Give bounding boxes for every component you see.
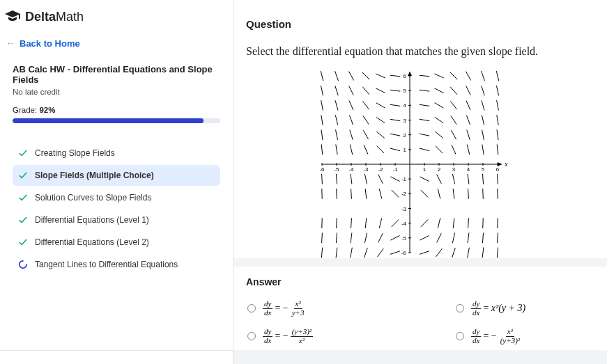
- svg-line-108: [376, 74, 385, 78]
- sidebar-topic-item[interactable]: Creating Slope Fields: [13, 143, 220, 164]
- svg-line-93: [363, 130, 368, 139]
- back-home-link[interactable]: ← Back to Home: [6, 38, 220, 49]
- svg-line-85: [349, 86, 354, 95]
- brand-logo[interactable]: DeltaMath: [4, 8, 220, 25]
- svg-line-84: [349, 101, 353, 111]
- main-content: Question Select the differential equatio…: [233, 0, 607, 364]
- svg-line-103: [377, 146, 384, 153]
- svg-line-74: [335, 86, 338, 95]
- svg-line-165: [482, 232, 483, 243]
- sidebar-topic-item[interactable]: Slope Fields (Multiple Choice): [13, 165, 220, 186]
- radio-icon[interactable]: [247, 332, 256, 340]
- svg-line-182: [497, 115, 498, 125]
- svg-line-111: [392, 219, 399, 226]
- svg-line-106: [376, 103, 385, 108]
- svg-line-133: [438, 218, 440, 228]
- svg-line-119: [390, 75, 401, 77]
- svg-line-66: [336, 232, 337, 243]
- svg-line-158: [467, 145, 470, 155]
- svg-line-132: [437, 233, 442, 242]
- svg-line-160: [466, 116, 470, 125]
- svg-line-176: [498, 232, 498, 243]
- svg-marker-3: [408, 72, 412, 76]
- svg-line-172: [482, 100, 484, 110]
- answer-option[interactable]: dydx= − (y+3)²x²: [247, 328, 386, 345]
- svg-line-86: [348, 72, 353, 81]
- topic-label: Slope Fields (Multiple Choice): [35, 171, 154, 180]
- svg-line-179: [498, 174, 498, 184]
- svg-line-96: [362, 87, 369, 95]
- svg-line-75: [335, 71, 339, 81]
- svg-line-63: [321, 86, 323, 95]
- radio-icon[interactable]: [247, 304, 256, 312]
- svg-text:-2: -2: [378, 166, 383, 173]
- svg-line-122: [421, 219, 428, 226]
- svg-line-147: [452, 145, 456, 155]
- answer-option[interactable]: dydx= − x²(y+3)²: [456, 328, 594, 345]
- svg-line-149: [451, 116, 456, 124]
- svg-line-98: [378, 248, 384, 257]
- svg-line-131: [436, 248, 443, 257]
- radio-icon[interactable]: [456, 332, 464, 340]
- answer-options: dydx= − x²y+3dydx= x²(y + 3)dydx= − (y+3…: [246, 300, 594, 345]
- svg-line-150: [450, 101, 456, 109]
- sidebar-topic-item[interactable]: Tangent Lines to Differential Equations: [13, 254, 220, 275]
- svg-line-144: [453, 218, 454, 228]
- sidebar: DeltaMath ← Back to Home AB Calc HW - Di…: [0, 0, 233, 364]
- svg-text:-3: -3: [363, 166, 369, 173]
- sidebar-topic-item[interactable]: Solution Curves to Slope Fields: [13, 187, 220, 208]
- topic-label: Differential Equations (Level 2): [35, 237, 149, 247]
- svg-line-78: [351, 218, 352, 228]
- svg-line-112: [392, 190, 399, 197]
- svg-line-87: [364, 248, 368, 258]
- svg-line-164: [482, 248, 484, 258]
- svg-line-123: [421, 190, 428, 197]
- svg-line-163: [466, 72, 470, 81]
- svg-line-91: [364, 174, 367, 184]
- svg-line-154: [468, 232, 469, 243]
- svg-text:-3: -3: [401, 206, 407, 212]
- grade-label: Grade:: [13, 106, 37, 114]
- svg-text:-1: -1: [392, 166, 398, 173]
- svg-text:6: 6: [404, 73, 407, 79]
- svg-line-143: [452, 233, 454, 243]
- sidebar-topic-item[interactable]: Differential Equations (Level 1): [13, 209, 220, 230]
- topic-list: Creating Slope FieldsSlope Fields (Multi…: [13, 143, 220, 275]
- answer-option[interactable]: dydx= − x²y+3: [247, 300, 386, 317]
- answer-option[interactable]: dydx= x²(y + 3): [456, 300, 594, 317]
- svg-line-170: [482, 129, 484, 140]
- svg-line-110: [390, 236, 399, 241]
- svg-line-155: [468, 218, 469, 228]
- svg-line-72: [335, 115, 337, 125]
- svg-text:-6: -6: [401, 250, 407, 256]
- svg-line-142: [452, 248, 456, 258]
- svg-line-104: [376, 132, 384, 138]
- svg-line-61: [321, 115, 323, 125]
- question-card: Question Select the differential equatio…: [233, 0, 607, 258]
- svg-line-70: [336, 145, 337, 155]
- svg-text:1: 1: [423, 166, 427, 173]
- brand-name-1: Delta: [25, 10, 56, 24]
- svg-line-125: [420, 148, 429, 151]
- svg-line-89: [365, 218, 367, 228]
- svg-line-113: [390, 177, 399, 182]
- progress-bar: [13, 118, 220, 123]
- answer-header: Answer: [246, 276, 594, 287]
- svg-line-185: [496, 71, 499, 81]
- equation: dydx= − x²y+3: [263, 300, 306, 317]
- svg-line-68: [337, 189, 337, 199]
- svg-line-59: [321, 144, 323, 155]
- svg-line-134: [438, 189, 440, 198]
- svg-text:-5: -5: [334, 166, 339, 173]
- equation: dydx= − x²(y+3)²: [471, 328, 521, 345]
- svg-line-145: [453, 189, 454, 199]
- svg-line-139: [435, 103, 444, 108]
- svg-line-168: [482, 174, 483, 184]
- topic-label: Tangent Lines to Differential Equations: [35, 260, 178, 269]
- svg-line-184: [496, 86, 498, 95]
- svg-line-157: [468, 174, 469, 184]
- svg-line-136: [436, 146, 443, 153]
- sidebar-topic-item[interactable]: Differential Equations (Level 2): [13, 232, 220, 253]
- slope-field-wrap: xy-6-5-4-3-2-1123456-6-5-4-3-2-1123456: [246, 70, 579, 258]
- radio-icon[interactable]: [456, 304, 464, 312]
